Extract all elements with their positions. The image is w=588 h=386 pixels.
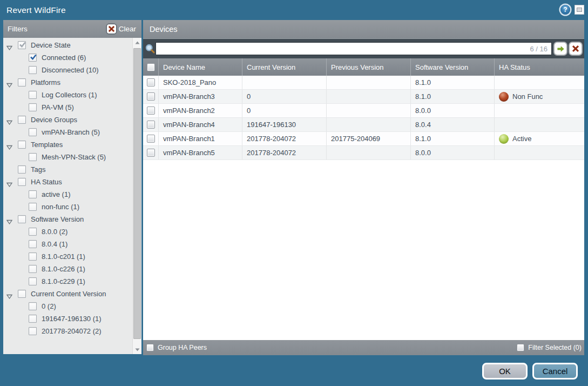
expand-triangle-icon[interactable]	[6, 167, 12, 172]
apply-filter-arrow-icon[interactable]	[555, 43, 566, 55]
column-ha-status[interactable]: HA Status	[494, 58, 584, 76]
filter-label[interactable]: 201778-204072 (2)	[42, 327, 102, 335]
filter-label[interactable]: 8.1.0-c229 (1)	[42, 277, 85, 285]
cancel-button[interactable]: Cancel	[532, 363, 578, 380]
filter-label[interactable]: Tags	[31, 165, 45, 174]
filter-checkbox[interactable]	[29, 315, 37, 323]
filter-checkbox[interactable]	[18, 78, 26, 86]
filter-tree-item[interactable]: Software Version	[3, 213, 141, 225]
filter-checkbox[interactable]	[29, 66, 37, 74]
filter-checkbox[interactable]	[29, 103, 37, 111]
filter-label[interactable]: Disconnected (10)	[42, 66, 99, 74]
filter-tree-item[interactable]: Connected (6)	[3, 51, 141, 64]
row-checkbox[interactable]	[147, 107, 155, 115]
filter-checkbox[interactable]	[18, 41, 26, 49]
table-row[interactable]: vmPAN-Branch5 201778-204072 8.0.0	[143, 146, 584, 160]
filter-tree-item[interactable]: Current Content Version	[3, 288, 141, 300]
filter-tree-item[interactable]: 191647-196130 (1)	[3, 312, 141, 325]
filter-tree-item[interactable]: PA-VM (5)	[3, 101, 141, 114]
scrollbar-thumb[interactable]	[133, 48, 141, 339]
filter-label[interactable]: Templates	[31, 141, 63, 149]
column-software-version[interactable]: Software Version	[410, 58, 494, 76]
filter-label[interactable]: Device Groups	[31, 116, 77, 124]
filter-label[interactable]: Mesh-VPN-Stack (5)	[42, 153, 106, 161]
filter-checkbox[interactable]	[18, 165, 26, 174]
expand-triangle-icon[interactable]	[6, 142, 12, 147]
row-checkbox[interactable]	[147, 149, 155, 157]
filter-label[interactable]: 8.1.0-c201 (1)	[42, 252, 85, 261]
filter-checkbox[interactable]	[29, 153, 37, 161]
expand-triangle-icon[interactable]	[6, 117, 12, 122]
filter-tree-item[interactable]: HA Status	[3, 176, 141, 188]
filter-checkbox[interactable]	[29, 265, 37, 273]
filter-tree-item[interactable]: Mesh-VPN-Stack (5)	[3, 151, 141, 163]
filter-label[interactable]: 8.0.0 (2)	[42, 228, 67, 236]
help-icon[interactable]: ?	[560, 5, 570, 15]
filter-label[interactable]: PA-VM (5)	[42, 103, 74, 111]
filter-label[interactable]: 191647-196130 (1)	[42, 315, 102, 323]
filter-checkbox[interactable]	[29, 190, 37, 198]
select-all-checkbox[interactable]	[147, 63, 155, 71]
filter-label[interactable]: Platforms	[31, 78, 60, 86]
table-row[interactable]: vmPAN-Branch1 201778-204072 201775-20406…	[143, 132, 584, 146]
filter-label[interactable]: vmPAN-Branch (5)	[42, 128, 100, 136]
filter-checkbox[interactable]	[29, 54, 37, 62]
clear-label[interactable]: Clear	[119, 25, 136, 33]
filter-checkbox[interactable]	[29, 302, 37, 310]
filter-checkbox[interactable]	[29, 228, 37, 236]
restore-window-icon[interactable]	[575, 5, 584, 15]
filter-checkbox[interactable]	[29, 128, 37, 136]
filter-checkbox[interactable]	[18, 178, 26, 186]
filter-tree-item[interactable]: 8.1.0-c201 (1)	[3, 250, 141, 263]
filter-label[interactable]: 0 (2)	[42, 302, 56, 310]
clear-x-icon[interactable]	[107, 24, 116, 34]
filter-checkbox[interactable]	[29, 252, 37, 261]
table-row[interactable]: SKO-2018_Pano 8.1.0	[143, 76, 584, 90]
column-device-name[interactable]: Device Name	[158, 58, 242, 76]
filters-scrollbar[interactable]	[132, 38, 141, 354]
filter-tree-item[interactable]: Device State	[3, 39, 141, 51]
filter-tree-item[interactable]: Device Groups	[3, 114, 141, 126]
filter-label[interactable]: Device State	[31, 41, 71, 49]
filter-tree-item[interactable]: 8.1.0-c229 (1)	[3, 275, 141, 288]
row-checkbox[interactable]	[147, 78, 155, 86]
filter-label[interactable]: Software Version	[31, 215, 84, 223]
group-ha-peers-checkbox[interactable]	[146, 344, 154, 351]
expand-triangle-icon[interactable]	[6, 179, 12, 184]
filter-tree-item[interactable]: active (1)	[3, 188, 141, 201]
table-row[interactable]: vmPAN-Branch2 0 8.0.0	[143, 104, 584, 118]
filter-checkbox[interactable]	[29, 91, 37, 99]
filter-checkbox[interactable]	[29, 240, 37, 248]
filter-label[interactable]: Log Collectors (1)	[42, 91, 97, 99]
filter-tree-item[interactable]: Templates	[3, 138, 141, 151]
expand-triangle-icon[interactable]	[6, 217, 12, 222]
table-row[interactable]: vmPAN-Branch4 191647-196130 8.0.4	[143, 118, 584, 132]
scroll-down-icon[interactable]	[133, 345, 141, 354]
filter-label[interactable]: 8.0.4 (1)	[42, 240, 67, 248]
row-checkbox[interactable]	[147, 121, 155, 129]
filter-tree-item[interactable]: 8.0.0 (2)	[3, 225, 141, 238]
scroll-up-icon[interactable]	[133, 38, 141, 47]
clear-search-x-icon[interactable]	[570, 43, 582, 55]
ok-button[interactable]: OK	[482, 363, 528, 380]
filter-checkbox[interactable]	[29, 327, 37, 335]
column-current-version[interactable]: Current Version	[242, 58, 326, 76]
filter-tree-item[interactable]: Tags	[3, 163, 141, 176]
search-input[interactable]	[156, 42, 552, 55]
filter-selected-checkbox[interactable]	[517, 344, 524, 351]
table-row[interactable]: vmPAN-Branch3 0 8.1.0 Non Func	[143, 90, 584, 104]
filter-tree-item[interactable]: Platforms	[3, 76, 141, 89]
expand-triangle-icon[interactable]	[6, 43, 12, 48]
filter-tree-item[interactable]: 201778-204072 (2)	[3, 325, 141, 337]
clear-filters-button[interactable]: Clear	[107, 24, 136, 34]
row-checkbox[interactable]	[147, 92, 155, 101]
filter-tree-item[interactable]: vmPAN-Branch (5)	[3, 126, 141, 138]
filter-label[interactable]: 8.1.0-c226 (1)	[42, 265, 85, 273]
row-checkbox[interactable]	[147, 135, 155, 143]
filter-checkbox[interactable]	[18, 290, 26, 298]
filter-label[interactable]: HA Status	[31, 178, 62, 186]
filter-checkbox[interactable]	[29, 277, 37, 285]
filter-tree-item[interactable]: 0 (2)	[3, 300, 141, 312]
filter-tree-item[interactable]: 8.0.4 (1)	[3, 238, 141, 250]
filter-checkbox[interactable]	[29, 203, 37, 211]
